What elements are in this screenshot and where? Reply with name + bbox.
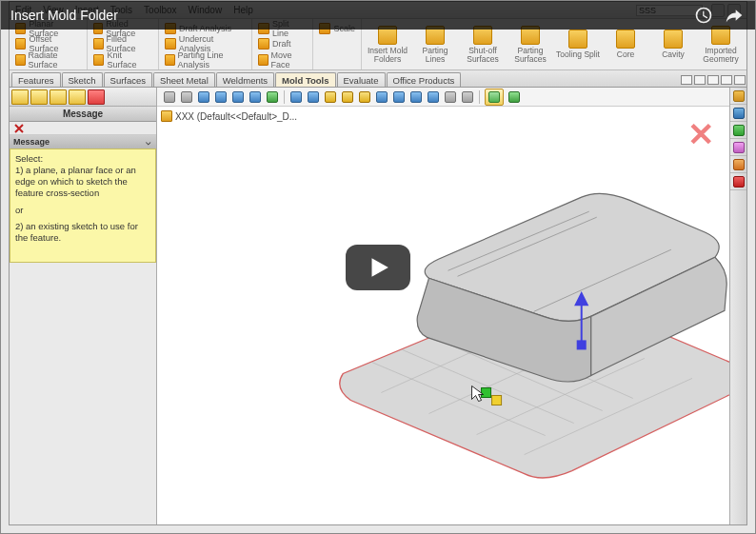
svg-rect-4 — [492, 395, 502, 405]
view-tool-2[interactable] — [179, 89, 194, 105]
youtube-overlay-header: Insert Mold Folder — [1, 1, 755, 30]
pan-icon[interactable] — [248, 89, 263, 105]
play-button[interactable] — [346, 245, 410, 290]
taskpane-tab-1[interactable] — [730, 88, 746, 105]
side-toolbar — [10, 88, 156, 107]
scene-icon[interactable] — [391, 89, 407, 105]
svg-rect-3 — [482, 387, 491, 397]
tab-surfaces[interactable]: Surfaces — [104, 72, 153, 87]
pm-cancel[interactable] — [10, 122, 156, 135]
side-tb-2[interactable] — [30, 89, 48, 105]
tab-mold-tools[interactable]: Mold Tools — [275, 72, 335, 87]
side-tb-4[interactable] — [69, 89, 86, 105]
tab-evaluate[interactable]: Evaluate — [337, 72, 386, 87]
view-tool-1[interactable] — [162, 89, 177, 105]
collapse-icon[interactable]: ⌵ — [143, 137, 152, 147]
side-tb-5[interactable] — [88, 89, 105, 105]
window-icon-1[interactable] — [681, 75, 692, 85]
tab-sketch[interactable]: Sketch — [62, 72, 103, 87]
view-tool-x1[interactable] — [443, 89, 458, 105]
heads-up-toolbar — [157, 88, 729, 107]
tab-weldments[interactable]: Weldments — [216, 72, 274, 87]
video-title: Insert Mold Folder — [10, 8, 685, 23]
taskpane-tab-3[interactable] — [730, 122, 746, 139]
zoom-fit-icon[interactable] — [196, 89, 211, 105]
display-style-2[interactable] — [306, 89, 321, 105]
taskpane-tab-5[interactable] — [730, 156, 746, 173]
display-style-3[interactable] — [323, 89, 338, 105]
hide-show-icon[interactable] — [408, 89, 424, 105]
pm-title: Message — [10, 107, 156, 122]
feature-tabs: Features Sketch Surfaces Sheet Metal Wel… — [10, 70, 746, 88]
graphics-area[interactable]: XXX (Default<<Default>_D... ✕ — [157, 88, 729, 524]
side-tb-1[interactable] — [11, 89, 29, 105]
window-icon-2[interactable] — [694, 75, 706, 85]
cmd-knit-surface[interactable]: Knit Surface — [93, 52, 152, 68]
share-icon[interactable] — [723, 4, 746, 27]
rotate-icon[interactable] — [230, 89, 246, 105]
zoom-area-icon[interactable] — [213, 89, 229, 105]
display-style-1[interactable] — [288, 89, 304, 105]
view-orient-icon[interactable] — [265, 89, 280, 105]
display-style-5[interactable] — [357, 89, 372, 105]
model-3d[interactable] — [157, 107, 729, 526]
cmd-parting-line-analysis[interactable]: Parting Line Analysis — [165, 52, 246, 68]
side-tb-3[interactable] — [50, 89, 67, 105]
window-icon-4[interactable] — [721, 75, 732, 85]
window-icon-5[interactable] — [734, 75, 746, 85]
window-icon-3[interactable] — [707, 75, 719, 85]
tab-sheet-metal[interactable]: Sheet Metal — [153, 72, 215, 87]
taskpane-tab-2[interactable] — [730, 105, 746, 122]
section-view-icon[interactable] — [374, 89, 389, 105]
filter-active[interactable] — [485, 89, 504, 106]
taskpane-tab-6[interactable] — [730, 173, 746, 190]
pm-instructions: Select: 1) a plane, a planar face or an … — [10, 148, 156, 263]
view-tool-x2[interactable] — [460, 89, 475, 105]
cmd-move-face[interactable]: Move Face — [258, 52, 307, 68]
task-pane — [729, 88, 746, 524]
svg-rect-2 — [578, 341, 586, 348]
svg-marker-6 — [372, 258, 388, 277]
watch-later-icon[interactable] — [692, 4, 715, 27]
property-manager: Message Message⌵ Select: 1) a plane, a p… — [10, 88, 157, 524]
display-style-4[interactable] — [340, 89, 355, 105]
tab-features[interactable]: Features — [11, 72, 61, 87]
taskpane-tab-4[interactable] — [730, 139, 746, 156]
cmd-radiate-surface[interactable]: Radiate Surface — [15, 52, 81, 68]
filter-icon[interactable] — [507, 89, 522, 105]
appearance-icon[interactable] — [426, 89, 441, 105]
tab-office-products[interactable]: Office Products — [387, 72, 462, 87]
pm-section-header[interactable]: Message⌵ — [10, 135, 156, 148]
